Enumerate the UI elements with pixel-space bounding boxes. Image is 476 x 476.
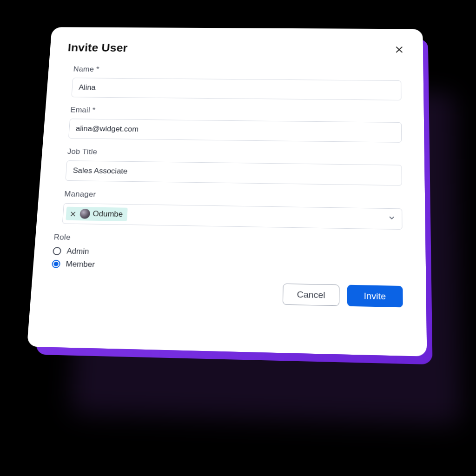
- manager-avatar: [79, 209, 90, 219]
- job-title-label: Job Title: [67, 147, 402, 160]
- role-option-member[interactable]: Member: [52, 259, 403, 276]
- invite-user-dialog: Invite User Name * Email * Job Title: [27, 27, 427, 357]
- invite-form: Name * Email * Job Title Manager: [49, 65, 407, 308]
- manager-chip-label: Odumbe: [93, 209, 123, 219]
- job-title-field-group: Job Title: [65, 147, 402, 186]
- radio-member: [52, 260, 60, 268]
- dialog-title: Invite User: [67, 41, 128, 55]
- dialog-header: Invite User: [67, 41, 405, 57]
- name-label: Name *: [73, 65, 401, 76]
- chevron-down-icon: [389, 215, 395, 223]
- role-option-admin-label: Admin: [66, 247, 89, 257]
- manager-label: Manager: [64, 190, 402, 204]
- role-field-group: Role Admin Member: [59, 233, 403, 276]
- manager-chip: Odumbe: [66, 207, 128, 221]
- invite-button[interactable]: Invite: [347, 285, 403, 308]
- manager-field-group: Manager Odumbe: [62, 190, 403, 230]
- role-option-member-label: Member: [66, 259, 95, 269]
- name-field-group: Name *: [71, 65, 401, 100]
- dialog-actions: Cancel Invite: [57, 279, 403, 307]
- email-field-group: Email *: [68, 106, 402, 143]
- chip-remove-icon[interactable]: [69, 210, 78, 218]
- email-label: Email *: [70, 106, 402, 118]
- manager-select[interactable]: Odumbe: [62, 203, 403, 230]
- cancel-button[interactable]: Cancel: [283, 284, 339, 306]
- job-title-input[interactable]: [65, 160, 402, 185]
- close-icon[interactable]: [394, 44, 405, 56]
- email-input[interactable]: [68, 119, 402, 142]
- name-input[interactable]: [71, 78, 401, 100]
- role-label: Role: [53, 233, 403, 248]
- radio-admin: [53, 247, 61, 255]
